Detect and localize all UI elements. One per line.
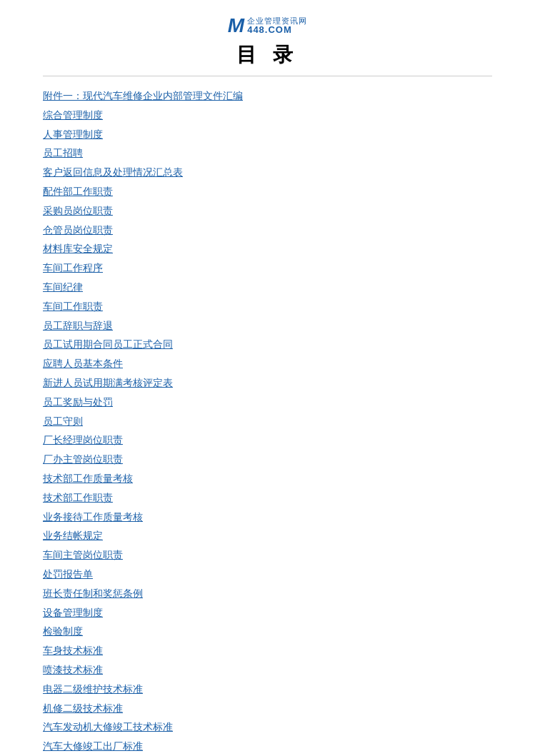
toc-link-19[interactable]: 厂办主管岗位职责 — [43, 454, 123, 465]
toc-link-26[interactable]: 班长责任制和奖惩条例 — [43, 588, 143, 599]
list-item: 员工辞职与辞退 — [43, 318, 492, 335]
logo-text-block: 企业管理资讯网 448.COM — [247, 16, 307, 35]
list-item: 检验制度 — [43, 623, 492, 640]
toc-link-18[interactable]: 厂长经理岗位职责 — [43, 435, 123, 445]
list-item: 应聘人员基本条件 — [43, 356, 492, 373]
toc-link-30[interactable]: 喷漆技术标准 — [43, 665, 103, 675]
toc-link-32[interactable]: 机修二级技术标准 — [43, 703, 123, 714]
toc-link-24[interactable]: 车间主管岗位职责 — [43, 550, 123, 560]
toc-link-14[interactable]: 应聘人员基本条件 — [43, 358, 123, 369]
list-item: 员工招聘 — [43, 145, 492, 162]
toc-link-20[interactable]: 技术部工作质量考核 — [43, 473, 133, 484]
list-item: 综合管理制度 — [43, 107, 492, 124]
toc-link-11[interactable]: 车间工作职责 — [43, 301, 103, 312]
list-item: 设备管理制度 — [43, 605, 492, 622]
list-item: 汽车大修竣工出厂标准 — [43, 738, 492, 755]
list-item: 车间主管岗位职责 — [43, 547, 492, 564]
toc-link-5[interactable]: 配件部工作职责 — [43, 186, 113, 197]
toc-link-0[interactable]: 附件一：现代汽车维修企业内部管理文件汇编 — [43, 91, 243, 101]
toc-link-29[interactable]: 车身技术标准 — [43, 645, 103, 656]
toc-link-21[interactable]: 技术部工作职责 — [43, 493, 113, 503]
list-item: 车身技术标准 — [43, 642, 492, 660]
list-item: 喷漆技术标准 — [43, 662, 492, 679]
toc-link-3[interactable]: 员工招聘 — [43, 148, 83, 158]
toc-link-34[interactable]: 汽车大修竣工出厂标准 — [43, 741, 143, 752]
logo-container: M 企业管理资讯网 448.COM — [43, 14, 492, 37]
list-item: 厂办主管岗位职责 — [43, 451, 492, 468]
list-item: 班长责任制和奖惩条例 — [43, 585, 492, 603]
list-item: 技术部工作质量考核 — [43, 470, 492, 488]
list-item: 处罚报告单 — [43, 566, 492, 583]
list-item: 新进人员试用期满考核评定表 — [43, 375, 492, 392]
toc-link-17[interactable]: 员工守则 — [43, 416, 83, 427]
toc-list: 附件一：现代汽车维修企业内部管理文件汇编综合管理制度人事管理制度员工招聘客户返回… — [43, 88, 492, 756]
toc-link-13[interactable]: 员工试用期合同员工正式合同 — [43, 339, 173, 350]
logo-bottom-text: 448.COM — [247, 25, 292, 35]
list-item: 员工试用期合同员工正式合同 — [43, 336, 492, 353]
list-item: 客户返回信息及处理情况汇总表 — [43, 164, 492, 181]
list-item: 配件部工作职责 — [43, 183, 492, 201]
list-item: 车间纪律 — [43, 279, 492, 296]
toc-link-15[interactable]: 新进人员试用期满考核评定表 — [43, 378, 173, 388]
toc-link-25[interactable]: 处罚报告单 — [43, 569, 93, 580]
toc-link-31[interactable]: 电器二级维护技术标准 — [43, 684, 143, 695]
toc-link-8[interactable]: 材料库安全规定 — [43, 243, 113, 254]
list-item: 员工守则 — [43, 413, 492, 430]
list-item: 汽车发动机大修竣工技术标准 — [43, 719, 492, 736]
header-area: M 企业管理资讯网 448.COM 目 录 — [43, 14, 492, 76]
toc-link-4[interactable]: 客户返回信息及处理情况汇总表 — [43, 167, 183, 178]
toc-link-33[interactable]: 汽车发动机大修竣工技术标准 — [43, 722, 173, 732]
toc-link-27[interactable]: 设备管理制度 — [43, 608, 103, 618]
toc-link-22[interactable]: 业务接待工作质量考核 — [43, 512, 143, 523]
list-item: 车间工作职责 — [43, 298, 492, 316]
toc-link-23[interactable]: 业务结帐规定 — [43, 530, 103, 541]
list-item: 电器二级维护技术标准 — [43, 681, 492, 698]
list-item: 业务结帐规定 — [43, 528, 492, 545]
list-item: 附件一：现代汽车维修企业内部管理文件汇编 — [43, 88, 492, 105]
list-item: 车间工作程序 — [43, 260, 492, 277]
list-item: 厂长经理岗位职责 — [43, 432, 492, 449]
toc-link-1[interactable]: 综合管理制度 — [43, 110, 103, 121]
list-item: 仓管员岗位职责 — [43, 222, 492, 239]
page-title: 目 录 — [43, 41, 492, 69]
toc-link-9[interactable]: 车间工作程序 — [43, 263, 103, 273]
list-item: 机修二级技术标准 — [43, 700, 492, 717]
list-item: 员工奖励与处罚 — [43, 394, 492, 411]
toc-link-28[interactable]: 检验制度 — [43, 626, 83, 637]
toc-link-10[interactable]: 车间纪律 — [43, 282, 83, 293]
logo-m-icon: M — [228, 14, 244, 37]
page-container: M 企业管理资讯网 448.COM 目 录 附件一：现代汽车维修企业内部管理文件… — [0, 0, 535, 756]
list-item: 采购员岗位职责 — [43, 203, 492, 220]
list-item: 技术部工作职责 — [43, 490, 492, 507]
toc-link-7[interactable]: 仓管员岗位职责 — [43, 225, 113, 236]
toc-link-6[interactable]: 采购员岗位职责 — [43, 206, 113, 216]
list-item: 业务接待工作质量考核 — [43, 509, 492, 526]
toc-link-16[interactable]: 员工奖励与处罚 — [43, 397, 113, 408]
toc-link-2[interactable]: 人事管理制度 — [43, 129, 103, 140]
list-item: 材料库安全规定 — [43, 241, 492, 258]
list-item: 人事管理制度 — [43, 126, 492, 143]
toc-link-12[interactable]: 员工辞职与辞退 — [43, 321, 113, 331]
